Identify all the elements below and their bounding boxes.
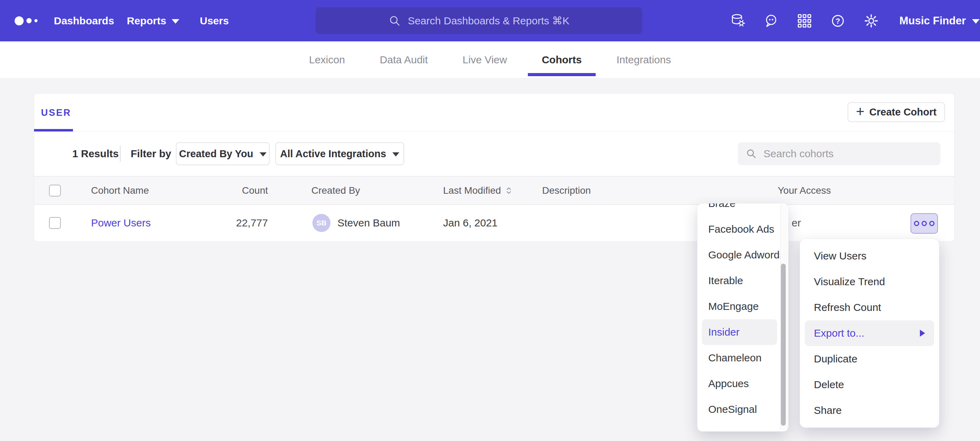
tab-cohorts-label: Cohorts (542, 54, 582, 66)
last-modified-date: Jan 6, 2021 (443, 205, 498, 241)
settings-gear-icon[interactable] (863, 13, 879, 29)
menu-item-duplicate[interactable]: Duplicate (805, 346, 934, 372)
svg-text:?: ? (835, 17, 840, 26)
created-by-name: Steven Baum (337, 205, 400, 241)
cohort-search-box (738, 142, 940, 165)
data-settings-icon[interactable] (730, 13, 746, 29)
divider (34, 131, 954, 132)
create-cohort-button[interactable]: + Create Cohort (848, 102, 945, 122)
cohorts-card: USER + Create Cohort 1 Results Filter by… (34, 93, 955, 241)
global-search-placeholder: Search Dashboards & Reports ⌘K (408, 14, 569, 27)
filter-by-label: Filter by (130, 142, 171, 165)
integrations-filter-dropdown[interactable]: All Active Integrations (275, 142, 404, 165)
search-icon (745, 148, 757, 160)
help-icon[interactable]: ? (830, 13, 846, 29)
feedback-icon[interactable] (763, 13, 779, 29)
submenu-scrollbar-thumb[interactable] (781, 264, 786, 426)
divider (120, 146, 121, 162)
create-cohort-label: Create Cohort (870, 106, 937, 118)
column-header-description: Description (542, 177, 591, 204)
nav-dashboards[interactable]: Dashboards (54, 0, 114, 42)
menu-item-share[interactable]: Share (805, 398, 934, 423)
tab-data-audit-label: Data Audit (380, 54, 428, 66)
cohort-table-header: Cohort Name Count Created By Last Modifi… (34, 176, 954, 205)
tab-lexicon[interactable]: Lexicon (309, 42, 345, 78)
cohort-count: 22,777 (201, 205, 268, 241)
submenu-item-iterable[interactable]: Iterable (702, 268, 777, 294)
nav-dashboards-label: Dashboards (54, 15, 114, 27)
tab-cohorts[interactable]: Cohorts (542, 42, 582, 78)
tab-data-audit[interactable]: Data Audit (380, 42, 428, 78)
mixpanel-logo[interactable] (14, 0, 38, 42)
tab-user-cohorts[interactable]: USER (41, 107, 71, 118)
row-context-menu-list: View Users Visualize Trend Refresh Count… (800, 243, 939, 423)
your-access-value-partially-occluded: er (792, 205, 801, 241)
cohort-search-input[interactable] (763, 147, 933, 160)
apps-grid-icon[interactable] (797, 13, 813, 29)
project-name: Music Finder (899, 14, 966, 27)
chevron-down-icon (172, 19, 179, 24)
navbar-icon-group: ? (730, 0, 879, 42)
data-management-subnav: Lexicon Data Audit Live View Cohorts Int… (0, 42, 980, 78)
global-search-input[interactable]: Search Dashboards & Reports ⌘K (315, 7, 642, 34)
submenu-item-insider[interactable]: Insider (702, 319, 777, 345)
column-header-count: Count (201, 177, 268, 204)
select-all-checkbox[interactable] (49, 185, 61, 197)
column-header-last-modified[interactable]: Last Modified (443, 177, 512, 204)
dot-icon (929, 221, 934, 226)
chevron-down-icon (972, 19, 980, 24)
sort-icon (505, 187, 512, 195)
submenu-item-facebook-ads[interactable]: Facebook Ads (702, 216, 777, 242)
submenu-item-onesignal[interactable]: OneSignal (702, 396, 777, 422)
chevron-down-icon (392, 152, 399, 157)
nav-reports[interactable]: Reports (127, 0, 179, 42)
created-by-filter-value: Created By You (179, 148, 253, 160)
logo-dot-small (34, 19, 38, 22)
tab-live-view[interactable]: Live View (463, 42, 507, 78)
row-checkbox[interactable] (49, 217, 61, 229)
logo-dot-large (14, 16, 24, 26)
last-modified-label: Last Modified (443, 185, 501, 196)
dot-icon (914, 221, 919, 226)
search-icon (388, 14, 401, 27)
menu-item-refresh-count[interactable]: Refresh Count (805, 295, 934, 320)
submenu-item-braze[interactable]: Braze (702, 203, 777, 216)
tab-integrations[interactable]: Integrations (617, 42, 671, 78)
submenu-item-moengage[interactable]: MoEngage (702, 294, 777, 319)
nav-reports-label: Reports (127, 15, 166, 27)
chevron-down-icon (259, 152, 267, 157)
dot-icon (922, 221, 927, 226)
submenu-item-google-adwords[interactable]: Google Adwords (702, 242, 777, 268)
column-header-created-by: Created By (311, 177, 360, 204)
tab-integrations-label: Integrations (617, 54, 671, 66)
menu-item-delete[interactable]: Delete (805, 372, 934, 398)
submenu-item-chameleon[interactable]: Chameleon (702, 345, 777, 371)
row-context-menu: View Users Visualize Trend Refresh Count… (800, 239, 939, 427)
menu-item-view-users[interactable]: View Users (805, 243, 934, 269)
menu-item-visualize-trend[interactable]: Visualize Trend (805, 269, 934, 295)
export-to-label: Export to... (814, 327, 864, 339)
tab-user-underline (34, 129, 73, 131)
project-switcher[interactable]: Music Finder (899, 0, 980, 42)
column-header-your-access: Your Access (778, 177, 831, 204)
nav-users[interactable]: Users (200, 0, 229, 42)
tab-lexicon-label: Lexicon (309, 54, 345, 66)
nav-users-label: Users (200, 15, 229, 27)
submenu-scrollbar-track[interactable] (780, 205, 788, 430)
avatar: SB (312, 214, 331, 232)
export-destinations-list: Braze Facebook Ads Google Adwords Iterab… (697, 203, 788, 422)
export-destinations-submenu: Braze Facebook Ads Google Adwords Iterab… (697, 203, 788, 431)
row-more-actions-button[interactable] (910, 213, 938, 234)
submenu-item-appcues[interactable]: Appcues (702, 371, 777, 396)
tab-live-view-label: Live View (463, 54, 507, 66)
app: Dashboards Reports Users Search Dashboar… (0, 0, 980, 441)
menu-item-export-to[interactable]: Export to... (805, 320, 934, 346)
column-header-cohort-name: Cohort Name (91, 177, 149, 204)
table-row: Power Users 22,777 SB Steven Baum Jan 6,… (34, 205, 954, 241)
created-by-filter-dropdown[interactable]: Created By You (176, 142, 270, 165)
top-navbar: Dashboards Reports Users Search Dashboar… (0, 0, 980, 42)
submenu-arrow-icon (920, 330, 925, 337)
cohort-name-link[interactable]: Power Users (91, 205, 151, 241)
results-count: 1 Results (72, 142, 118, 165)
logo-dot-medium (26, 18, 32, 23)
